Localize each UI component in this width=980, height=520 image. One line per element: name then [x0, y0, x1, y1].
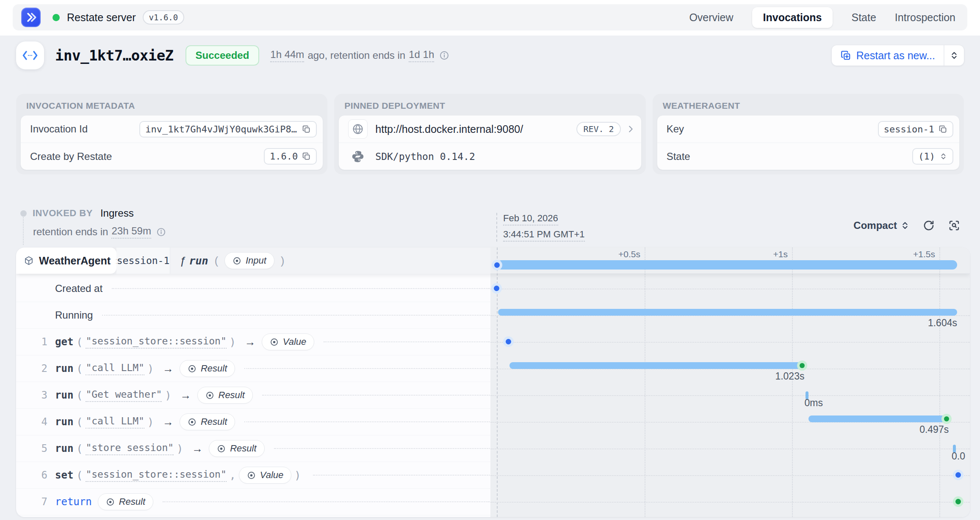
timeline-time[interactable]: 3:44:51 PM GMT+1	[503, 229, 585, 242]
row-label: Invocation Id	[30, 123, 88, 135]
restart-split-button: Restart as new...	[832, 45, 964, 66]
result-badge[interactable]: Result	[180, 360, 235, 377]
row-guide-line	[490, 475, 970, 476]
result-badge[interactable]: Result	[98, 493, 153, 510]
journal-arg[interactable]: "call LLM"	[86, 362, 144, 375]
timeline-bar[interactable]	[509, 362, 804, 369]
duration-label: 0.497s	[919, 424, 949, 435]
trace-header-row: WeatherAgent › session-1 ƒ run ( Input )…	[16, 248, 970, 274]
timeline-bar[interactable]	[498, 309, 957, 316]
timeline-row: 0.497s	[490, 409, 970, 435]
info-icon[interactable]	[439, 50, 449, 61]
journal-entry-number: 3	[36, 389, 47, 401]
service-name: WeatherAgent	[39, 255, 111, 267]
globe-icon	[348, 119, 368, 139]
journal-op: get	[55, 336, 73, 348]
deployment-endpoint-row[interactable]: http://host.docker.internal:9080/ REV. 2	[339, 116, 641, 143]
timeline-start-box: Feb 10, 2026 3:44:51 PM GMT+1	[496, 213, 585, 242]
status-badge: Succeeded	[185, 45, 260, 66]
event-dot[interactable]	[506, 339, 511, 344]
journal-timeline: 1.604s1.023s0ms0.497s0.0	[490, 275, 970, 515]
invocation-code-icon	[16, 41, 44, 69]
tab-overview[interactable]: Overview	[689, 11, 733, 24]
journal-arg[interactable]: "session_store::session"	[86, 336, 226, 349]
copy-icon[interactable]	[302, 152, 311, 161]
journal-row: 3run("Get weather")→Result	[16, 382, 490, 409]
trace-panel: WeatherAgent › session-1 ƒ run ( Input )…	[16, 248, 970, 517]
invocation-id-row: Invocation Id inv_1kt7Gh4vJWjY0quwk3GiP8…	[21, 116, 323, 143]
result-badge[interactable]: Result	[209, 440, 264, 457]
leader-line	[244, 368, 490, 369]
invocation-id-value-pill: inv_1kt7Gh4vJWjY0quwk3GiP8avDGVNFo…	[139, 121, 317, 138]
journal-entry-number: 5	[36, 443, 47, 454]
paren: (	[76, 336, 83, 348]
paren: )	[177, 443, 183, 455]
invocation-header: inv_1kt7…oxieZ Succeeded 1h 44m ago, ret…	[16, 41, 964, 70]
paren: )	[230, 336, 236, 348]
service-pill[interactable]: WeatherAgent ›	[16, 248, 116, 274]
invocation-age-text: 1h 44m ago, retention ends in 1d 1h	[270, 49, 449, 62]
timeline-bar[interactable]	[808, 415, 949, 422]
journal-arg[interactable]: "store session"	[86, 442, 174, 455]
view-icon	[247, 471, 256, 480]
retention-value[interactable]: 1d 1h	[409, 49, 434, 62]
zoom-to-fit-icon[interactable]	[948, 219, 961, 232]
paren: (	[76, 363, 83, 375]
key-row: Key session-1	[657, 116, 959, 143]
row-guide-line	[490, 448, 970, 449]
retention-countdown[interactable]: 23h 59m	[111, 225, 151, 239]
input-badge[interactable]: Input	[224, 252, 274, 269]
invocation-total-bar[interactable]	[497, 260, 957, 270]
arrow-icon: →	[180, 389, 191, 402]
lifecycle-row: Created at	[16, 275, 490, 302]
completion-dot[interactable]	[955, 499, 961, 504]
value-badge[interactable]: Value	[262, 333, 314, 350]
arrow-icon: →	[163, 415, 174, 429]
lifecycle-label: Running	[55, 309, 93, 321]
copy-icon[interactable]	[938, 125, 947, 134]
invocation-id-value: inv_1kt7Gh4vJWjY0quwk3GiP8avDGVNFo…	[145, 124, 298, 135]
arrow-icon: →	[245, 336, 256, 349]
key-value-pill: session-1	[878, 121, 953, 138]
tab-introspection[interactable]: Introspection	[895, 11, 955, 24]
invoked-by-value: Ingress	[100, 207, 134, 219]
refresh-button[interactable]	[922, 219, 935, 232]
event-dot[interactable]	[955, 472, 961, 478]
row-guide-line	[490, 289, 970, 289]
journal-arg[interactable]: "call LLM"	[86, 415, 144, 429]
journal-op: run	[55, 443, 73, 454]
chevron-updown-icon	[950, 51, 959, 60]
state-select[interactable]: (1)	[912, 148, 953, 165]
view-icon	[188, 418, 197, 426]
badge-label: Result	[201, 363, 227, 374]
view-icon	[106, 498, 115, 506]
event-dot[interactable]	[494, 286, 499, 291]
copy-icon[interactable]	[302, 125, 311, 134]
axis-tick-label: +1s	[773, 249, 788, 259]
key-value: session-1	[884, 124, 934, 135]
timeline-controls: Compact	[853, 219, 961, 232]
timeline-row	[490, 329, 970, 355]
timeline-date[interactable]: Feb 10, 2026	[503, 213, 558, 226]
invocation-id: inv_1kt7…oxieZ	[55, 47, 174, 64]
age-value[interactable]: 1h 44m	[270, 49, 304, 62]
compact-select[interactable]: Compact	[853, 220, 910, 231]
result-badge[interactable]: Result	[197, 387, 253, 404]
value-badge[interactable]: Value	[239, 467, 291, 484]
journal-arg[interactable]: "Get weather"	[86, 389, 162, 402]
info-icon[interactable]	[156, 227, 166, 237]
tab-state[interactable]: State	[851, 11, 876, 24]
journal-op: set	[55, 469, 73, 481]
result-badge[interactable]: Result	[180, 413, 235, 430]
restate-version-pill: 1.6.0	[264, 148, 317, 165]
nav-bar: Restate server v1.6.0 OverviewInvocation…	[13, 4, 967, 30]
handler-call: ƒ run ( Input )	[170, 248, 490, 274]
chevron-updown-icon	[939, 152, 947, 160]
tab-invocations[interactable]: Invocations	[752, 7, 833, 28]
nav-tabs: OverviewInvocationsStateIntrospection	[689, 7, 959, 28]
service-key[interactable]: session-1	[116, 248, 170, 274]
row-guide-line	[490, 395, 970, 396]
journal-arg[interactable]: "session_store::session"	[86, 469, 226, 482]
restart-options-toggle[interactable]	[944, 45, 964, 66]
restart-as-new-button[interactable]: Restart as new...	[832, 45, 944, 66]
